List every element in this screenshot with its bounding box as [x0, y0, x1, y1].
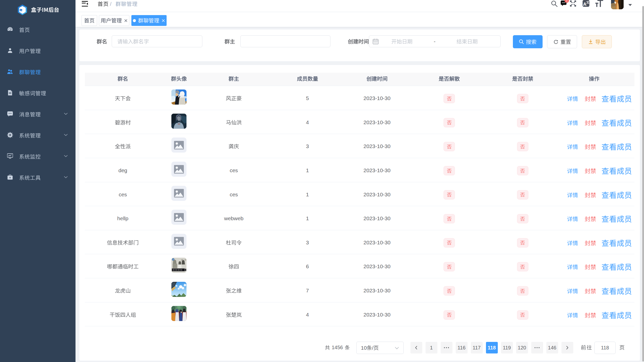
svg-text:(⊙_⊙): (⊙_⊙): [181, 259, 186, 261]
svg-text:1: 1: [566, 0, 567, 2]
svg-text:A: A: [583, 2, 587, 7]
